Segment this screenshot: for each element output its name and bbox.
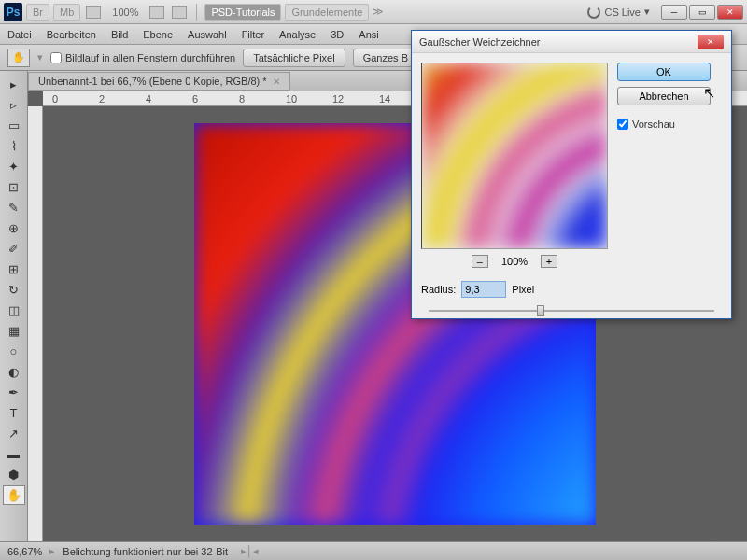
actual-pixels-button[interactable]: Tatsächliche Pixel — [243, 49, 345, 67]
scroll-all-checkbox[interactable]: Bildlauf in allen Fenstern durchführen — [50, 52, 235, 63]
menu-auswahl[interactable]: Auswahl — [188, 29, 227, 40]
dialog-close-button[interactable]: ✕ — [698, 35, 724, 49]
radius-slider[interactable] — [429, 305, 714, 316]
marquee-tool[interactable]: ▭ — [3, 116, 25, 135]
spinner-icon — [587, 6, 600, 19]
toolbar: ▸ ▹ ▭ ⌇ ✦ ⊡ ✎ ⊕ ✐ ⊞ ↻ ◫ ▦ ○ ◐ ✒ T ↗ ▬ ⬢ … — [0, 71, 28, 541]
dodge-tool[interactable]: ◐ — [3, 362, 25, 382]
radius-label: Radius: — [421, 284, 456, 295]
shape-tool[interactable]: ▬ — [3, 444, 25, 464]
close-tab-icon[interactable]: ✕ — [273, 77, 280, 87]
wand-tool[interactable]: ✦ — [3, 157, 25, 176]
move-tool[interactable]: ▹ — [3, 95, 25, 115]
titlebar: Ps Br Mb 100% PSD-Tutorials Grundelement… — [0, 0, 747, 24]
menu-3d[interactable]: 3D — [331, 29, 344, 40]
gradient-tool[interactable]: ▦ — [3, 321, 25, 341]
radius-input[interactable] — [461, 281, 506, 298]
minimize-button[interactable]: ─ — [661, 5, 687, 20]
zoom-out-button[interactable]: – — [472, 255, 488, 268]
close-button[interactable]: ✕ — [717, 5, 743, 20]
history-brush-tool[interactable]: ↻ — [3, 280, 25, 300]
preview-zoom: 100% — [501, 256, 528, 267]
pixel-label: Pixel — [512, 284, 534, 295]
workspace-grundelemente[interactable]: Grundelemente — [285, 4, 369, 21]
status-zoom[interactable]: 66,67% — [7, 546, 42, 557]
menu-ansicht[interactable]: Ansi — [359, 29, 378, 40]
layout-icon[interactable] — [86, 6, 101, 19]
heal-tool[interactable]: ⊕ — [3, 218, 25, 238]
expand-icon[interactable]: ▸ — [3, 75, 25, 94]
workspace-psd-tutorials[interactable]: PSD-Tutorials — [204, 4, 281, 21]
fit-screen-button[interactable]: Ganzes B — [353, 49, 418, 67]
zoom-level[interactable]: 100% — [106, 7, 144, 18]
hand-tool[interactable]: ✋ — [3, 485, 25, 505]
cs-live[interactable]: CS Live ▾ — [587, 6, 650, 19]
eyedropper-tool[interactable]: ✎ — [3, 198, 25, 217]
crop-tool[interactable]: ⊡ — [3, 177, 25, 197]
ok-button[interactable]: OK — [617, 63, 711, 81]
gaussian-blur-dialog: Gaußscher Weichzeichner ✕ – 100% + OK Ab… — [411, 30, 732, 319]
pen-tool[interactable]: ✒ — [3, 383, 25, 402]
hand-tool-icon[interactable]: ✋ — [7, 49, 30, 67]
type-tool[interactable]: T — [3, 403, 25, 423]
mb-button[interactable]: Mb — [53, 4, 80, 21]
cancel-button[interactable]: Abbrechen — [617, 87, 711, 105]
arrange-icon[interactable] — [172, 6, 187, 19]
menu-datei[interactable]: Datei — [7, 29, 32, 40]
preview-checkbox[interactable]: Vorschau — [617, 119, 711, 130]
statusbar: 66,67% ▸ Belichtung funktioniert nur bei… — [0, 541, 747, 560]
zoom-in-button[interactable]: + — [541, 255, 557, 268]
menu-bild[interactable]: Bild — [111, 29, 128, 40]
lasso-tool[interactable]: ⌇ — [3, 136, 25, 156]
eraser-tool[interactable]: ◫ — [3, 301, 25, 320]
preview-box[interactable] — [421, 63, 608, 249]
br-button[interactable]: Br — [26, 4, 49, 21]
stamp-tool[interactable]: ⊞ — [3, 259, 25, 279]
3d-tool[interactable]: ⬢ — [3, 465, 25, 484]
document-tab[interactable]: Unbenannt-1 bei 66,7% (Ebene 0 Kopie, RG… — [28, 72, 290, 91]
path-tool[interactable]: ↗ — [3, 424, 25, 443]
maximize-button[interactable]: ▭ — [689, 5, 715, 20]
dialog-titlebar[interactable]: Gaußscher Weichzeichner ✕ — [412, 31, 731, 53]
app-icon: Ps — [4, 3, 22, 21]
blur-tool[interactable]: ○ — [3, 342, 25, 361]
menu-analyse[interactable]: Analyse — [279, 29, 316, 40]
view-icon[interactable] — [149, 6, 164, 19]
menu-filter[interactable]: Filter — [242, 29, 264, 40]
ruler-vertical — [28, 106, 43, 541]
menu-ebene[interactable]: Ebene — [143, 29, 173, 40]
menu-bearbeiten[interactable]: Bearbeiten — [47, 29, 96, 40]
status-message: Belichtung funktioniert nur bei 32-Bit — [63, 546, 228, 557]
brush-tool[interactable]: ✐ — [3, 239, 25, 259]
